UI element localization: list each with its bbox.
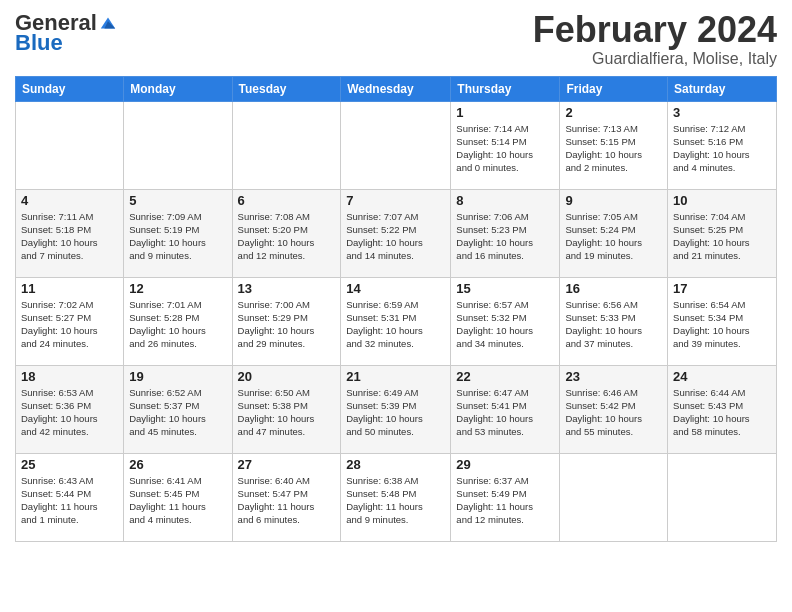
day-number: 8 — [456, 193, 554, 208]
table-row: 13Sunrise: 7:00 AMSunset: 5:29 PMDayligh… — [232, 277, 341, 365]
table-row — [16, 101, 124, 189]
table-row: 29Sunrise: 6:37 AMSunset: 5:49 PMDayligh… — [451, 453, 560, 541]
table-row: 28Sunrise: 6:38 AMSunset: 5:48 PMDayligh… — [341, 453, 451, 541]
header-saturday: Saturday — [668, 76, 777, 101]
day-number: 3 — [673, 105, 771, 120]
table-row: 18Sunrise: 6:53 AMSunset: 5:36 PMDayligh… — [16, 365, 124, 453]
table-row: 23Sunrise: 6:46 AMSunset: 5:42 PMDayligh… — [560, 365, 668, 453]
day-info: Sunrise: 7:07 AMSunset: 5:22 PMDaylight:… — [346, 210, 445, 263]
table-row: 4Sunrise: 7:11 AMSunset: 5:18 PMDaylight… — [16, 189, 124, 277]
table-row: 27Sunrise: 6:40 AMSunset: 5:47 PMDayligh… — [232, 453, 341, 541]
day-info: Sunrise: 6:59 AMSunset: 5:31 PMDaylight:… — [346, 298, 445, 351]
table-row: 3Sunrise: 7:12 AMSunset: 5:16 PMDaylight… — [668, 101, 777, 189]
table-row — [560, 453, 668, 541]
day-info: Sunrise: 7:04 AMSunset: 5:25 PMDaylight:… — [673, 210, 771, 263]
day-info: Sunrise: 7:13 AMSunset: 5:15 PMDaylight:… — [565, 122, 662, 175]
table-row: 7Sunrise: 7:07 AMSunset: 5:22 PMDaylight… — [341, 189, 451, 277]
day-info: Sunrise: 6:57 AMSunset: 5:32 PMDaylight:… — [456, 298, 554, 351]
day-number: 23 — [565, 369, 662, 384]
day-number: 29 — [456, 457, 554, 472]
day-number: 13 — [238, 281, 336, 296]
table-row: 11Sunrise: 7:02 AMSunset: 5:27 PMDayligh… — [16, 277, 124, 365]
day-info: Sunrise: 7:08 AMSunset: 5:20 PMDaylight:… — [238, 210, 336, 263]
table-row: 26Sunrise: 6:41 AMSunset: 5:45 PMDayligh… — [124, 453, 232, 541]
table-row: 19Sunrise: 6:52 AMSunset: 5:37 PMDayligh… — [124, 365, 232, 453]
logo-blue: Blue — [15, 30, 63, 56]
day-info: Sunrise: 7:05 AMSunset: 5:24 PMDaylight:… — [565, 210, 662, 263]
table-row: 24Sunrise: 6:44 AMSunset: 5:43 PMDayligh… — [668, 365, 777, 453]
table-row: 8Sunrise: 7:06 AMSunset: 5:23 PMDaylight… — [451, 189, 560, 277]
day-info: Sunrise: 6:56 AMSunset: 5:33 PMDaylight:… — [565, 298, 662, 351]
day-info: Sunrise: 6:52 AMSunset: 5:37 PMDaylight:… — [129, 386, 226, 439]
header-monday: Monday — [124, 76, 232, 101]
day-info: Sunrise: 6:49 AMSunset: 5:39 PMDaylight:… — [346, 386, 445, 439]
table-row — [341, 101, 451, 189]
day-number: 4 — [21, 193, 118, 208]
day-info: Sunrise: 6:43 AMSunset: 5:44 PMDaylight:… — [21, 474, 118, 527]
day-number: 15 — [456, 281, 554, 296]
day-number: 17 — [673, 281, 771, 296]
day-number: 12 — [129, 281, 226, 296]
day-number: 22 — [456, 369, 554, 384]
table-row — [232, 101, 341, 189]
page: General Blue February 2024 Guardialfiera… — [0, 0, 792, 552]
day-number: 6 — [238, 193, 336, 208]
day-number: 9 — [565, 193, 662, 208]
day-info: Sunrise: 6:38 AMSunset: 5:48 PMDaylight:… — [346, 474, 445, 527]
day-number: 19 — [129, 369, 226, 384]
day-number: 18 — [21, 369, 118, 384]
day-number: 11 — [21, 281, 118, 296]
day-info: Sunrise: 6:54 AMSunset: 5:34 PMDaylight:… — [673, 298, 771, 351]
day-number: 26 — [129, 457, 226, 472]
table-row — [668, 453, 777, 541]
day-number: 28 — [346, 457, 445, 472]
table-row: 12Sunrise: 7:01 AMSunset: 5:28 PMDayligh… — [124, 277, 232, 365]
table-row: 5Sunrise: 7:09 AMSunset: 5:19 PMDaylight… — [124, 189, 232, 277]
day-info: Sunrise: 7:01 AMSunset: 5:28 PMDaylight:… — [129, 298, 226, 351]
day-number: 14 — [346, 281, 445, 296]
table-row: 1Sunrise: 7:14 AMSunset: 5:14 PMDaylight… — [451, 101, 560, 189]
day-number: 25 — [21, 457, 118, 472]
table-row — [124, 101, 232, 189]
day-info: Sunrise: 7:02 AMSunset: 5:27 PMDaylight:… — [21, 298, 118, 351]
day-number: 24 — [673, 369, 771, 384]
day-info: Sunrise: 7:12 AMSunset: 5:16 PMDaylight:… — [673, 122, 771, 175]
month-title: February 2024 — [533, 10, 777, 50]
day-number: 20 — [238, 369, 336, 384]
header-area: General Blue February 2024 Guardialfiera… — [15, 10, 777, 68]
table-row: 9Sunrise: 7:05 AMSunset: 5:24 PMDaylight… — [560, 189, 668, 277]
subtitle: Guardialfiera, Molise, Italy — [533, 50, 777, 68]
calendar-week-row: 1Sunrise: 7:14 AMSunset: 5:14 PMDaylight… — [16, 101, 777, 189]
calendar-week-row: 25Sunrise: 6:43 AMSunset: 5:44 PMDayligh… — [16, 453, 777, 541]
table-row: 25Sunrise: 6:43 AMSunset: 5:44 PMDayligh… — [16, 453, 124, 541]
day-info: Sunrise: 6:47 AMSunset: 5:41 PMDaylight:… — [456, 386, 554, 439]
day-number: 10 — [673, 193, 771, 208]
day-number: 21 — [346, 369, 445, 384]
day-info: Sunrise: 6:37 AMSunset: 5:49 PMDaylight:… — [456, 474, 554, 527]
day-info: Sunrise: 6:41 AMSunset: 5:45 PMDaylight:… — [129, 474, 226, 527]
table-row: 6Sunrise: 7:08 AMSunset: 5:20 PMDaylight… — [232, 189, 341, 277]
table-row: 21Sunrise: 6:49 AMSunset: 5:39 PMDayligh… — [341, 365, 451, 453]
table-row: 2Sunrise: 7:13 AMSunset: 5:15 PMDaylight… — [560, 101, 668, 189]
table-row: 22Sunrise: 6:47 AMSunset: 5:41 PMDayligh… — [451, 365, 560, 453]
day-info: Sunrise: 7:11 AMSunset: 5:18 PMDaylight:… — [21, 210, 118, 263]
calendar-header-row: Sunday Monday Tuesday Wednesday Thursday… — [16, 76, 777, 101]
day-number: 27 — [238, 457, 336, 472]
day-info: Sunrise: 7:14 AMSunset: 5:14 PMDaylight:… — [456, 122, 554, 175]
day-number: 1 — [456, 105, 554, 120]
table-row: 15Sunrise: 6:57 AMSunset: 5:32 PMDayligh… — [451, 277, 560, 365]
day-number: 7 — [346, 193, 445, 208]
day-number: 2 — [565, 105, 662, 120]
day-info: Sunrise: 6:50 AMSunset: 5:38 PMDaylight:… — [238, 386, 336, 439]
header-friday: Friday — [560, 76, 668, 101]
day-info: Sunrise: 7:09 AMSunset: 5:19 PMDaylight:… — [129, 210, 226, 263]
header-tuesday: Tuesday — [232, 76, 341, 101]
table-row: 17Sunrise: 6:54 AMSunset: 5:34 PMDayligh… — [668, 277, 777, 365]
header-wednesday: Wednesday — [341, 76, 451, 101]
table-row: 20Sunrise: 6:50 AMSunset: 5:38 PMDayligh… — [232, 365, 341, 453]
calendar-table: Sunday Monday Tuesday Wednesday Thursday… — [15, 76, 777, 542]
calendar-week-row: 18Sunrise: 6:53 AMSunset: 5:36 PMDayligh… — [16, 365, 777, 453]
day-info: Sunrise: 7:06 AMSunset: 5:23 PMDaylight:… — [456, 210, 554, 263]
table-row: 10Sunrise: 7:04 AMSunset: 5:25 PMDayligh… — [668, 189, 777, 277]
day-info: Sunrise: 7:00 AMSunset: 5:29 PMDaylight:… — [238, 298, 336, 351]
